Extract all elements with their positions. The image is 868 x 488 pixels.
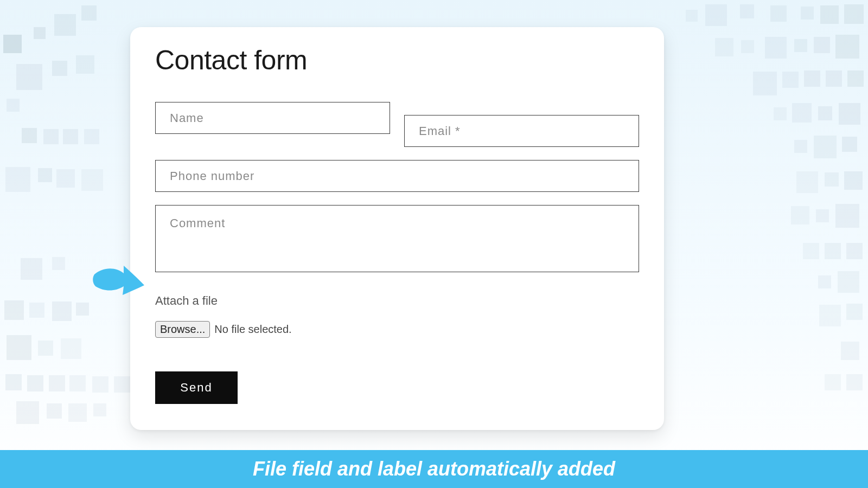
page-title: Contact form [155, 44, 639, 76]
email-field[interactable]: Email * [404, 115, 639, 147]
bottom-banner: File field and label automatically added [0, 450, 868, 488]
row-name-email: Name Email * [155, 102, 639, 147]
send-button[interactable]: Send [155, 371, 238, 404]
contact-form-card: Contact form Name Email * Phone number C… [130, 27, 664, 430]
phone-field[interactable]: Phone number [155, 160, 639, 192]
attach-block: Attach a file Browse... No file selected… [155, 294, 639, 338]
comment-field[interactable]: Comment [155, 205, 639, 272]
attach-label: Attach a file [155, 294, 639, 308]
banner-text: File field and label automatically added [253, 458, 615, 480]
name-field[interactable]: Name [155, 102, 390, 134]
file-input-row: Browse... No file selected. [155, 321, 639, 338]
browse-button[interactable]: Browse... [155, 321, 210, 338]
no-file-text: No file selected. [214, 323, 291, 336]
